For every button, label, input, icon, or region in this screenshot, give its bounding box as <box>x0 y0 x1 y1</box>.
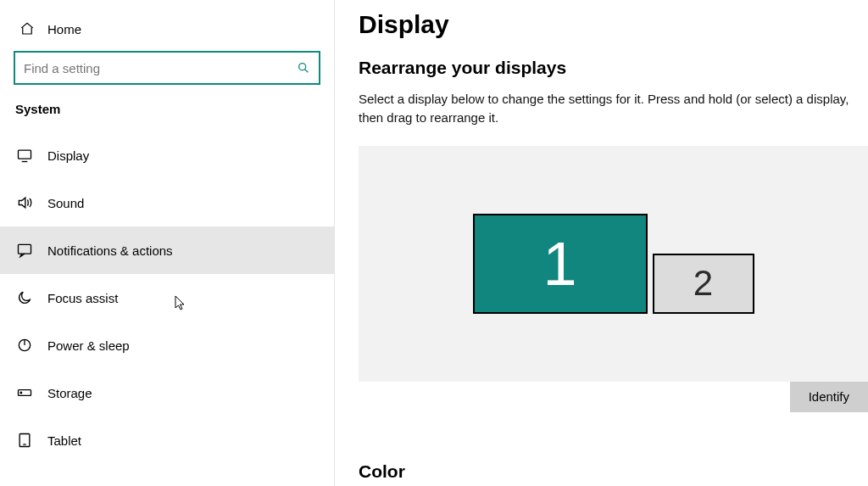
sidebar-item-label: Notifications & actions <box>47 243 173 258</box>
sidebar-item-notifications[interactable]: Notifications & actions <box>0 226 334 274</box>
search-icon <box>297 61 310 75</box>
sidebar-item-label: Power & sleep <box>47 338 130 353</box>
monitor-1[interactable]: 1 <box>473 214 648 314</box>
search-box[interactable] <box>14 51 320 85</box>
monitors-group: 1 2 <box>473 214 754 314</box>
color-heading: Color <box>359 461 868 482</box>
monitor-icon <box>15 146 34 165</box>
sidebar-item-label: Sound <box>47 196 84 210</box>
sidebar-item-storage[interactable]: Storage <box>0 369 334 416</box>
main-content: Display Rearrange your displays Select a… <box>335 0 868 486</box>
nav-list: Display Sound Notifications & actions Fo… <box>0 131 334 464</box>
sidebar-item-label: Display <box>47 148 89 163</box>
svg-rect-2 <box>19 244 31 254</box>
sidebar-item-tablet[interactable]: Tablet <box>0 416 334 464</box>
notifications-icon <box>15 241 34 260</box>
sidebar-item-power-sleep[interactable]: Power & sleep <box>0 321 334 369</box>
home-label: Home <box>47 22 81 36</box>
svg-point-0 <box>299 64 306 70</box>
moon-icon <box>15 288 34 307</box>
sidebar-item-label: Focus assist <box>47 291 118 305</box>
home-link[interactable]: Home <box>0 15 334 51</box>
page-title: Display <box>359 10 868 39</box>
sidebar-item-focus-assist[interactable]: Focus assist <box>0 274 334 321</box>
identify-button[interactable]: Identify <box>790 382 868 412</box>
rearrange-heading: Rearrange your displays <box>359 58 868 78</box>
sidebar-item-display[interactable]: Display <box>0 131 334 179</box>
sound-icon <box>15 193 34 212</box>
monitor-2[interactable]: 2 <box>653 254 754 314</box>
home-icon <box>19 20 36 37</box>
sidebar-item-sound[interactable]: Sound <box>0 179 334 226</box>
tablet-icon <box>15 431 34 450</box>
power-icon <box>15 336 34 355</box>
sidebar-item-label: Storage <box>47 386 92 400</box>
sidebar-item-label: Tablet <box>47 433 81 448</box>
svg-point-5 <box>20 392 22 394</box>
search-wrap <box>14 51 320 85</box>
display-arrangement-area[interactable]: 1 2 Identify <box>359 146 868 382</box>
storage-icon <box>15 383 34 402</box>
sidebar-section-title: System <box>0 102 334 131</box>
search-input[interactable] <box>24 61 288 75</box>
rearrange-description: Select a display below to change the set… <box>359 90 868 127</box>
svg-rect-1 <box>19 150 31 159</box>
sidebar: Home System Display Sound Not <box>0 0 335 486</box>
